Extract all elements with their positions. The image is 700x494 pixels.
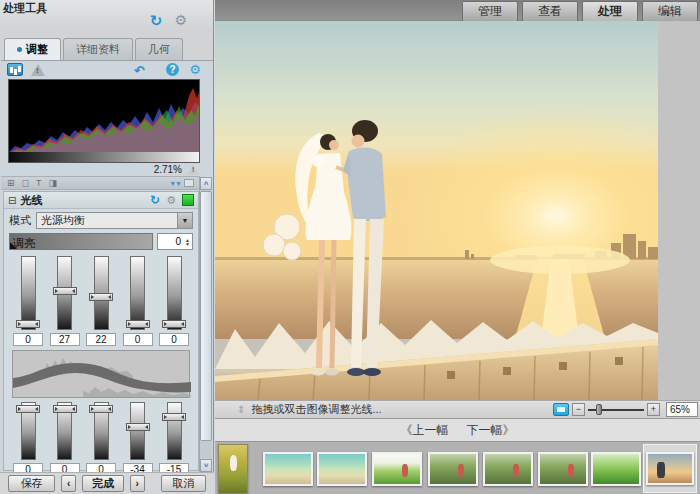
scroll-down-button[interactable]: ˅ xyxy=(200,459,212,472)
save-button[interactable]: 保存 xyxy=(8,475,55,492)
slider-handle[interactable] xyxy=(89,405,113,413)
tone-slider[interactable] xyxy=(57,256,72,330)
brighten-spinbox[interactable]: 0 ▲▼ xyxy=(157,233,193,250)
collapse-section-icon[interactable]: ⊟ xyxy=(8,195,16,206)
filmstrip-thumbnail[interactable] xyxy=(317,452,367,486)
tab-details[interactable]: 详细资料 xyxy=(63,38,133,60)
slider-handle[interactable] xyxy=(53,405,77,413)
exposure-warning-icon[interactable]: ! xyxy=(31,64,45,76)
tone-slider[interactable] xyxy=(94,256,109,330)
slider-handle[interactable] xyxy=(89,293,113,301)
tone-slider[interactable] xyxy=(21,256,36,330)
filmstrip-thumbnail[interactable] xyxy=(538,452,588,486)
slider-handle[interactable] xyxy=(16,320,40,328)
fit-image-icon[interactable] xyxy=(553,403,569,416)
tone-slider[interactable] xyxy=(130,256,145,330)
mode-tab-process[interactable]: 处理 xyxy=(582,1,638,21)
tab-geometry[interactable]: 几何 xyxy=(135,38,183,60)
viewer-statusbar: ⇕ 拖拽或双击图像调整光线... − + 65% xyxy=(215,400,700,419)
prev-image-link[interactable]: 《上一幅 xyxy=(401,422,449,439)
filmstrip-thumbnail-selected[interactable] xyxy=(646,452,694,485)
undo-icon[interactable]: ↶ xyxy=(134,63,145,78)
reset-icon[interactable]: ↻ xyxy=(150,13,163,28)
tone-slider[interactable] xyxy=(94,402,109,460)
tab-details-label: 详细资料 xyxy=(76,42,120,57)
warm-tint xyxy=(215,21,658,400)
settings-gear-icon[interactable]: ⚙ xyxy=(174,13,187,28)
filmstrip-thumbnail[interactable] xyxy=(591,452,641,486)
tone-slider[interactable] xyxy=(21,402,36,460)
slider-value: 27 xyxy=(50,333,80,346)
filmstrip-thumbnail[interactable] xyxy=(263,452,313,486)
prev-step-button[interactable]: ‹ xyxy=(61,475,76,492)
tone-slider[interactable] xyxy=(130,402,145,460)
scrollbar-thumb[interactable] xyxy=(200,191,212,441)
thumbnail-image xyxy=(648,454,692,483)
active-tab-dot xyxy=(17,47,22,52)
filmstrip-thumbnail[interactable] xyxy=(483,452,533,486)
dropdown-arrow-icon[interactable]: ▼ xyxy=(177,213,192,228)
zoom-slider[interactable] xyxy=(588,403,644,416)
collapse-all-icon[interactable]: ▼▼ xyxy=(169,180,181,187)
mode-tab-edit[interactable]: 编辑 xyxy=(642,1,698,21)
tab-adjust[interactable]: 调整 xyxy=(4,38,61,60)
thumbnail-image xyxy=(593,454,639,484)
thumbnail-image xyxy=(430,454,476,484)
tone-slider[interactable] xyxy=(167,256,182,330)
tool-split-icon[interactable]: ◨ xyxy=(49,178,58,188)
tool-rect-icon[interactable]: ◻ xyxy=(22,178,29,188)
photo[interactable] xyxy=(215,21,658,400)
zoom-out-button[interactable]: − xyxy=(572,403,585,416)
tone-slider[interactable] xyxy=(57,402,72,460)
panel-scrollbar[interactable]: ˄ ˅ xyxy=(199,177,212,472)
clip-warning-icon[interactable]: ! xyxy=(187,165,199,175)
slider-handle[interactable] xyxy=(162,413,186,421)
filmstrip-thumbnail[interactable] xyxy=(218,444,248,494)
light-section-title: 光线 xyxy=(20,193,42,208)
brighten-slider[interactable]: 调亮 xyxy=(9,233,153,250)
help-icon[interactable]: ? xyxy=(166,63,179,76)
spinner-arrows-icon[interactable]: ▲▼ xyxy=(183,238,192,246)
mode-tab-manage[interactable]: 管理 xyxy=(462,1,518,21)
filmstrip-thumbnail[interactable] xyxy=(372,452,422,486)
status-hint: 拖拽或双击图像调整光线... xyxy=(251,402,381,417)
slider-handle[interactable] xyxy=(162,320,186,328)
histogram-settings-icon[interactable]: ⚙ xyxy=(189,62,201,77)
scroll-up-button[interactable]: ˄ xyxy=(200,177,212,190)
next-step-button[interactable]: › xyxy=(130,475,145,492)
light-section: ⊟ 光线 ↻ ⚙ 模式 光源均衡 ▼ xyxy=(3,191,199,471)
zoom-percent[interactable]: 65% xyxy=(666,402,698,417)
filmstrip xyxy=(215,441,700,494)
tab-adjust-label: 调整 xyxy=(26,42,48,57)
slider-handle[interactable] xyxy=(16,405,40,413)
tab-geometry-label: 几何 xyxy=(148,42,170,57)
thumbnail-image xyxy=(374,454,420,484)
next-image-link[interactable]: 下一幅》 xyxy=(467,422,515,439)
clip-percent: 2.71% xyxy=(154,164,182,175)
tool-text-icon[interactable]: T xyxy=(36,178,42,188)
tool-grid-icon[interactable]: ⊞ xyxy=(7,178,15,188)
slider-handle[interactable] xyxy=(126,320,150,328)
light-mode-dropdown[interactable]: 光源均衡 ▼ xyxy=(36,212,193,229)
light-settings-icon[interactable]: ⚙ xyxy=(166,194,176,206)
mini-toolbar: ⊞ ◻ T ◨ ▼▼ xyxy=(1,176,200,190)
light-reset-icon[interactable]: ↻ xyxy=(150,194,160,206)
mini-checkbox[interactable] xyxy=(184,179,194,187)
light-enabled-toggle[interactable] xyxy=(182,194,194,206)
mode-label: 模式 xyxy=(9,213,31,228)
histogram-plot xyxy=(9,80,199,162)
histogram-icon[interactable] xyxy=(7,63,23,76)
slider-handle[interactable] xyxy=(126,423,150,431)
done-button[interactable]: 完成 xyxy=(82,475,124,492)
brighten-value: 0 xyxy=(158,236,183,247)
mode-tab-view[interactable]: 查看 xyxy=(522,1,578,21)
slider-value: 0 xyxy=(123,333,153,346)
filmstrip-thumbnail[interactable] xyxy=(428,452,478,486)
cancel-button[interactable]: 取消 xyxy=(161,475,206,492)
slider-handle[interactable] xyxy=(53,287,77,295)
tone-slider[interactable] xyxy=(167,402,182,460)
zoom-in-button[interactable]: + xyxy=(647,403,660,416)
thumbnail-image xyxy=(319,454,365,484)
panel-footer: 保存 ‹ 完成 › 取消 xyxy=(0,472,214,494)
zoom-slider-thumb[interactable] xyxy=(596,404,602,415)
